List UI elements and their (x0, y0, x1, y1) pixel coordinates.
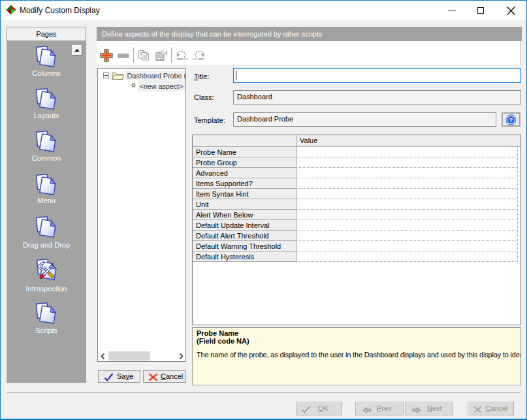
svg-text:?: ? (509, 116, 513, 123)
